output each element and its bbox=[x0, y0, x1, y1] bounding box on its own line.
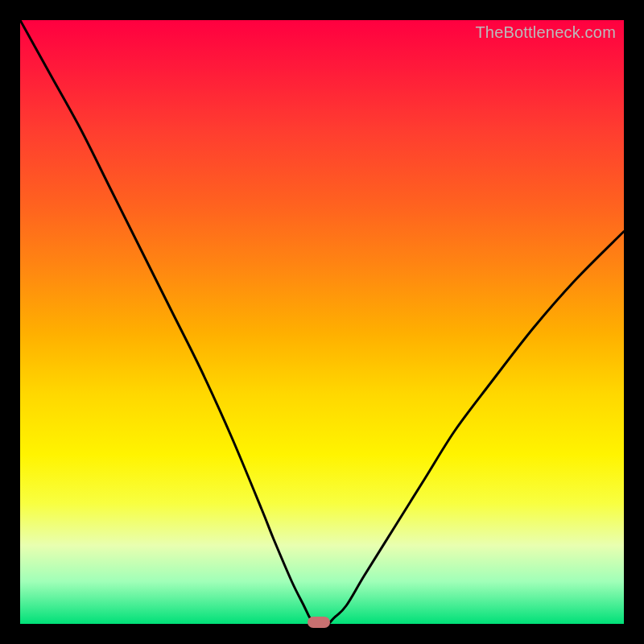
plot-area: TheBottleneck.com bbox=[20, 20, 624, 624]
optimum-marker bbox=[308, 617, 330, 628]
bottleneck-curve bbox=[20, 20, 624, 624]
frame: TheBottleneck.com bbox=[0, 0, 644, 644]
curve-path bbox=[20, 20, 624, 624]
